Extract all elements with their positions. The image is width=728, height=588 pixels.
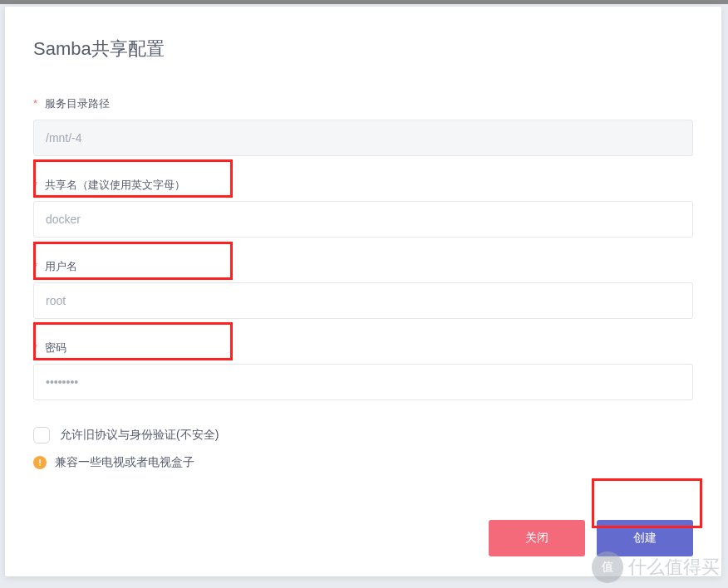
path-input	[33, 120, 693, 156]
field-password-group: * 密码	[33, 341, 693, 400]
username-input[interactable]	[33, 282, 693, 319]
username-label: * 用户名	[33, 259, 693, 274]
field-path-group: * 服务目录路径	[33, 96, 693, 156]
create-button[interactable]: 创建	[597, 520, 693, 556]
dialog-title: Samba共享配置	[33, 37, 693, 61]
dialog-footer: 关闭 创建	[33, 500, 693, 556]
password-input[interactable]	[33, 364, 693, 400]
samba-config-dialog: Samba共享配置 * 服务目录路径 * 共享名（建议使用英文字母） * 用户名…	[5, 7, 721, 576]
field-sharename-group: * 共享名（建议使用英文字母）	[33, 178, 693, 238]
required-indicator: *	[33, 97, 37, 110]
close-button[interactable]: 关闭	[489, 520, 585, 556]
info-icon: !	[33, 456, 47, 469]
sharename-input[interactable]	[33, 201, 693, 238]
sharename-label: * 共享名（建议使用英文字母）	[33, 178, 693, 193]
field-username-group: * 用户名	[33, 259, 693, 319]
allow-legacy-label: 允许旧协议与身份验证(不安全)	[60, 428, 219, 443]
required-indicator: *	[33, 179, 37, 191]
path-label: * 服务目录路径	[33, 96, 693, 111]
required-indicator: *	[33, 260, 37, 272]
allow-legacy-row: 允许旧协议与身份验证(不安全)	[33, 427, 693, 443]
required-indicator: *	[33, 341, 37, 354]
compat-info-text: 兼容一些电视或者电视盒子	[55, 455, 194, 470]
compat-info-row: ! 兼容一些电视或者电视盒子	[33, 455, 693, 470]
password-label: * 密码	[33, 341, 693, 355]
allow-legacy-checkbox[interactable]	[33, 427, 50, 443]
